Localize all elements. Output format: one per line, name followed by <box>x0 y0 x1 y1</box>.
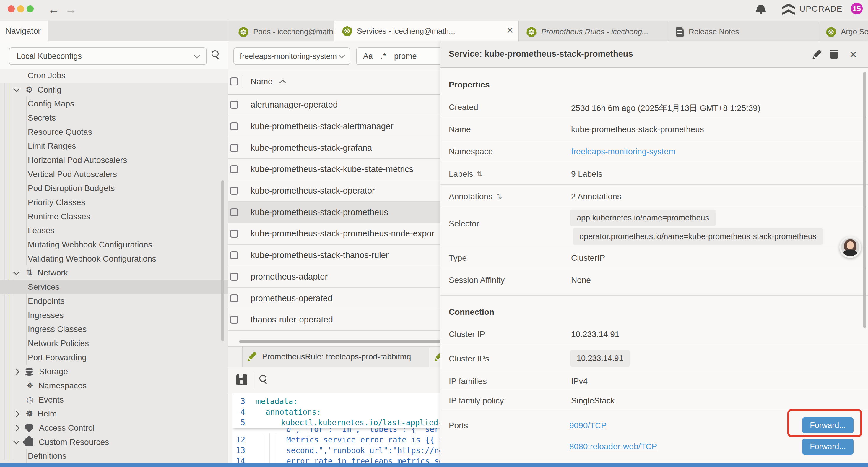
navigator-panel-tab[interactable]: Navigator <box>0 21 48 41</box>
close-icon[interactable]: × <box>850 49 857 60</box>
table-row[interactable]: prometheus-adapter <box>228 266 449 288</box>
sidebar-item-mutating-webhook-configurations[interactable]: Mutating Webhook Configurations <box>0 238 228 252</box>
row-checkbox[interactable] <box>230 251 238 259</box>
row-checkbox[interactable] <box>230 122 238 130</box>
notifications-bell-icon[interactable] <box>757 5 765 12</box>
minimize-window-button[interactable] <box>17 5 24 12</box>
sidebar-item-config-maps[interactable]: Config Maps <box>0 97 228 111</box>
name-value: kube-prometheus-stack-prometheus <box>571 125 704 134</box>
namespace-filter-dropdown[interactable]: freeleaps-monitoring-system <box>234 47 350 65</box>
row-checkbox[interactable] <box>230 144 238 152</box>
sidebar-item-pod-disruption-budgets[interactable]: Pod Disruption Budgets <box>0 181 228 196</box>
table-row[interactable]: alertmanager-operated <box>228 94 449 116</box>
editor-tab-prometheusrule[interactable]: PrometheusRule: freeleaps-prod-rabbitmq <box>242 347 429 367</box>
sidebar-item-ingresses[interactable]: Ingresses <box>0 308 228 322</box>
sidebar-item-secrets[interactable]: Secrets <box>0 111 228 125</box>
tab-pods[interactable]: ☸ Pods - icecheng@mathmas... <box>231 22 335 41</box>
row-checkbox[interactable] <box>230 101 238 109</box>
forward-button[interactable]: Forward... <box>802 439 854 455</box>
chevron-down-icon <box>13 269 20 275</box>
upgrade-chevron-icon[interactable] <box>782 9 795 15</box>
user-avatar[interactable] <box>839 236 861 258</box>
kubeconfig-selector[interactable]: Local Kubeconfigs <box>9 47 207 65</box>
yaml-editor[interactable]: 3metadata: 4annotations: 5kubectl.kubern… <box>232 393 440 463</box>
sidebar-item-priority-classes[interactable]: Priority Classes <box>0 195 228 209</box>
sidebar-group-network[interactable]: ⇅ Network <box>0 266 228 280</box>
sidebar-group-storage[interactable]: Storage <box>0 364 228 379</box>
sidebar-item-ingress-classes[interactable]: Ingress Classes <box>0 322 228 337</box>
sort-ascending-icon[interactable] <box>279 80 286 86</box>
row-checkbox[interactable] <box>230 273 238 281</box>
sidebar-item-runtime-classes[interactable]: Runtime Classes <box>0 209 228 224</box>
edit-pencil-icon[interactable] <box>812 50 822 60</box>
table-row-selected[interactable]: kube-prometheus-stack-prometheus <box>228 202 449 223</box>
line-number: 14 <box>232 456 249 463</box>
row-checkbox[interactable] <box>230 165 238 173</box>
sidebar-item-horizontal-pod-autoscalers[interactable]: Horizontal Pod Autoscalers <box>0 153 228 167</box>
port-link[interactable]: 9090/TCP <box>569 421 607 430</box>
sidebar-group-helm[interactable]: ☸ Helm <box>0 407 228 421</box>
forward-arrow-icon[interactable]: → <box>65 3 77 16</box>
sidebar-item-validating-webhook-configurations[interactable]: Validating Webhook Configurations <box>0 252 228 266</box>
sidebar-item-limit-ranges[interactable]: Limit Ranges <box>0 139 228 153</box>
close-tab-icon[interactable]: ✕ <box>506 25 514 35</box>
row-checkbox[interactable] <box>230 187 238 195</box>
delete-trash-icon[interactable] <box>830 50 838 59</box>
close-window-button[interactable] <box>8 5 15 12</box>
sidebar-item-network-policies[interactable]: Network Policies <box>0 337 228 351</box>
sidebar-item-leases[interactable]: Leases <box>0 224 228 238</box>
expand-sort-icon[interactable]: ⇅ <box>496 193 502 201</box>
search-icon[interactable] <box>212 50 219 57</box>
sidebar-item-namespaces[interactable]: ❖ Namespaces <box>0 379 228 393</box>
expand-sort-icon[interactable]: ⇅ <box>477 170 483 178</box>
table-row[interactable]: prometheus-operated <box>228 288 449 309</box>
namespace-link[interactable]: freeleaps-monitoring-system <box>571 147 675 156</box>
back-arrow-icon[interactable]: ← <box>48 3 60 16</box>
horizontal-scrollbar[interactable] <box>239 340 441 344</box>
upgrade-button[interactable]: UPGRADE <box>800 4 842 13</box>
table-row[interactable]: kube-prometheus-stack-prometheus-node-ex… <box>228 223 449 245</box>
property-row-type: Type ClusterIP <box>440 247 868 268</box>
sidebar-item-resource-quotas[interactable]: Resource Quotas <box>0 125 228 139</box>
row-checkbox[interactable] <box>230 230 238 238</box>
notification-count-badge[interactable]: 15 <box>851 3 863 14</box>
tab-services[interactable]: ☸ Services - icecheng@math... ✕ <box>335 21 519 41</box>
drawer-scrollbar[interactable] <box>863 72 866 328</box>
table-row[interactable]: kube-prometheus-stack-operator <box>228 180 449 202</box>
name-column-header[interactable]: Name <box>251 77 273 86</box>
row-checkbox[interactable] <box>230 316 238 324</box>
chevron-right-icon <box>13 425 20 431</box>
sidebar-group-config[interactable]: ⚙ Config <box>0 83 228 97</box>
table-row[interactable]: kube-prometheus-stack-alertmanager <box>228 116 449 138</box>
sidebar-item-definitions[interactable]: Definitions <box>0 449 228 463</box>
tab-argo[interactable]: ☸ Argo Se <box>818 22 868 41</box>
row-checkbox[interactable] <box>230 208 238 216</box>
regex-toggle[interactable]: .* <box>380 52 386 61</box>
editor-search-icon[interactable] <box>259 375 267 382</box>
save-icon[interactable] <box>236 374 247 385</box>
tab-release-notes[interactable]: Release Notes <box>668 22 818 41</box>
table-row[interactable]: kube-prometheus-stack-thanos-ruler <box>228 245 449 266</box>
sidebar-group-access-control[interactable]: Access Control <box>0 421 228 435</box>
sidebar-item-vertical-pod-autoscalers[interactable]: Vertical Pod Autoscalers <box>0 167 228 181</box>
sidebar-item-events[interactable]: ◷ Events <box>0 393 228 407</box>
row-checkbox[interactable] <box>230 294 238 302</box>
select-all-checkbox[interactable] <box>230 78 238 85</box>
sidebar-item-endpoints[interactable]: Endpoints <box>0 294 228 308</box>
navigator-panel: Local Kubeconfigs Cron Jobs ⚙ Config Con… <box>0 41 228 463</box>
sidebar-item-services[interactable]: Services <box>0 280 228 294</box>
sidebar-item-port-forwarding[interactable]: Port Forwarding <box>0 351 228 365</box>
match-case-toggle[interactable]: Aa <box>363 52 373 61</box>
sidebar-group-custom-resources[interactable]: Custom Resources <box>0 435 228 449</box>
selector-chip: operator.prometheus.io/name=kube-prometh… <box>573 228 823 245</box>
table-row[interactable]: kube-prometheus-stack-kube-state-metrics <box>228 159 449 180</box>
upgrade-chevron-icon[interactable] <box>782 4 795 9</box>
tab-prometheus-rules[interactable]: ☸ Prometheus Rules - icecheng... <box>519 22 668 41</box>
port-link[interactable]: 8080:reloader-web/TCP <box>569 442 657 451</box>
services-search-input[interactable]: Aa .* prome <box>356 47 447 65</box>
table-row[interactable]: thanos-ruler-operated <box>228 309 449 331</box>
sidebar-item-cron-jobs[interactable]: Cron Jobs <box>0 68 228 83</box>
table-row[interactable]: kube-prometheus-stack-grafana <box>228 137 449 159</box>
sidebar-scrollbar[interactable] <box>221 180 224 341</box>
maximize-window-button[interactable] <box>27 5 34 12</box>
